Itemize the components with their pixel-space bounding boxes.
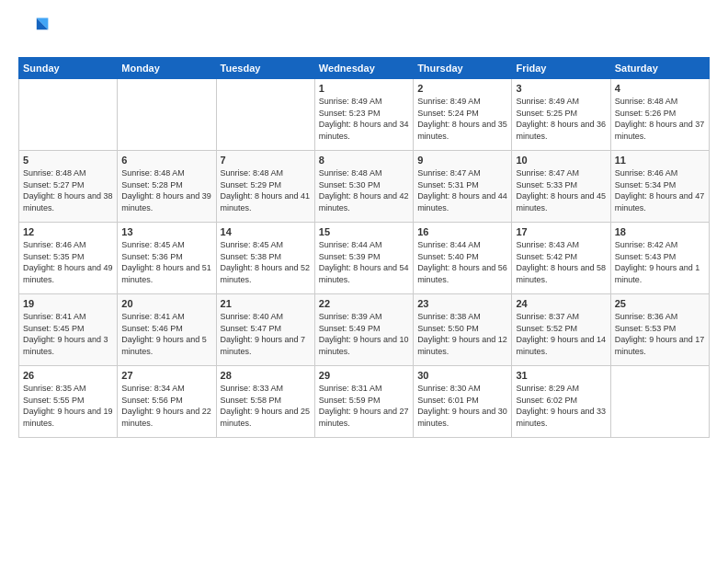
calendar-cell: 21Sunrise: 8:40 AMSunset: 5:47 PMDayligh…: [216, 294, 314, 366]
day-content: Sunrise: 8:40 AMSunset: 5:47 PMDaylight:…: [221, 311, 311, 357]
day-number: 15: [319, 226, 409, 237]
day-content: Sunrise: 8:46 AMSunset: 5:35 PMDaylight:…: [23, 239, 113, 285]
day-content: Sunrise: 8:36 AMSunset: 5:53 PMDaylight:…: [615, 311, 705, 357]
calendar-cell: 26Sunrise: 8:35 AMSunset: 5:55 PMDayligh…: [19, 366, 118, 438]
day-content: Sunrise: 8:41 AMSunset: 5:45 PMDaylight:…: [23, 311, 113, 357]
day-content: Sunrise: 8:31 AMSunset: 5:59 PMDaylight:…: [319, 383, 409, 429]
day-content: Sunrise: 8:48 AMSunset: 5:28 PMDaylight:…: [121, 167, 211, 213]
day-header-saturday: Saturday: [610, 58, 709, 79]
calendar-cell: 31Sunrise: 8:29 AMSunset: 6:02 PMDayligh…: [512, 366, 610, 438]
day-content: Sunrise: 8:43 AMSunset: 5:42 PMDaylight:…: [516, 239, 606, 285]
calendar-cell: 10Sunrise: 8:47 AMSunset: 5:33 PMDayligh…: [512, 151, 610, 223]
day-header-tuesday: Tuesday: [216, 58, 314, 79]
day-number: 18: [615, 226, 705, 237]
header: [18, 15, 710, 48]
calendar-cell: 19Sunrise: 8:41 AMSunset: 5:45 PMDayligh…: [19, 294, 118, 366]
day-number: 7: [221, 155, 311, 166]
day-number: 31: [516, 370, 606, 381]
calendar-cell: [216, 79, 314, 151]
day-header-wednesday: Wednesday: [314, 58, 413, 79]
calendar-week-row: 5Sunrise: 8:48 AMSunset: 5:27 PMDaylight…: [19, 151, 710, 223]
page: SundayMondayTuesdayWednesdayThursdayFrid…: [0, 0, 728, 563]
calendar-cell: 6Sunrise: 8:48 AMSunset: 5:28 PMDaylight…: [118, 151, 216, 223]
day-number: 14: [221, 226, 311, 237]
day-content: Sunrise: 8:33 AMSunset: 5:58 PMDaylight:…: [221, 383, 311, 429]
calendar-cell: [610, 366, 709, 438]
calendar-cell: 25Sunrise: 8:36 AMSunset: 5:53 PMDayligh…: [610, 294, 709, 366]
day-content: Sunrise: 8:44 AMSunset: 5:40 PMDaylight:…: [417, 239, 507, 285]
day-number: 12: [23, 226, 113, 237]
calendar-cell: 2Sunrise: 8:49 AMSunset: 5:24 PMDaylight…: [414, 79, 512, 151]
day-content: Sunrise: 8:30 AMSunset: 6:01 PMDaylight:…: [417, 383, 507, 429]
calendar-week-row: 26Sunrise: 8:35 AMSunset: 5:55 PMDayligh…: [19, 366, 710, 438]
day-number: 28: [221, 370, 311, 381]
day-number: 21: [221, 298, 311, 309]
calendar-cell: 4Sunrise: 8:48 AMSunset: 5:26 PMDaylight…: [610, 79, 709, 151]
calendar-cell: 16Sunrise: 8:44 AMSunset: 5:40 PMDayligh…: [414, 223, 512, 294]
day-number: 20: [121, 298, 211, 309]
day-content: Sunrise: 8:47 AMSunset: 5:33 PMDaylight:…: [516, 167, 606, 213]
day-number: 24: [516, 298, 606, 309]
calendar-cell: 23Sunrise: 8:38 AMSunset: 5:50 PMDayligh…: [414, 294, 512, 366]
day-number: 27: [121, 370, 211, 381]
day-number: 17: [516, 226, 606, 237]
day-content: Sunrise: 8:49 AMSunset: 5:23 PMDaylight:…: [319, 96, 409, 142]
day-number: 3: [516, 83, 606, 94]
day-number: 8: [319, 155, 409, 166]
calendar-week-row: 19Sunrise: 8:41 AMSunset: 5:45 PMDayligh…: [19, 294, 710, 366]
day-number: 23: [417, 298, 507, 309]
day-number: 19: [23, 298, 113, 309]
day-content: Sunrise: 8:39 AMSunset: 5:49 PMDaylight:…: [319, 311, 409, 357]
calendar-cell: [118, 79, 216, 151]
calendar-cell: 14Sunrise: 8:45 AMSunset: 5:38 PMDayligh…: [216, 223, 314, 294]
day-header-friday: Friday: [512, 58, 610, 79]
calendar-cell: 22Sunrise: 8:39 AMSunset: 5:49 PMDayligh…: [314, 294, 413, 366]
calendar-cell: 5Sunrise: 8:48 AMSunset: 5:27 PMDaylight…: [19, 151, 118, 223]
calendar-cell: 11Sunrise: 8:46 AMSunset: 5:34 PMDayligh…: [610, 151, 709, 223]
calendar-cell: 15Sunrise: 8:44 AMSunset: 5:39 PMDayligh…: [314, 223, 413, 294]
day-number: 9: [417, 155, 507, 166]
calendar-week-row: 12Sunrise: 8:46 AMSunset: 5:35 PMDayligh…: [19, 223, 710, 294]
day-number: 26: [23, 370, 113, 381]
calendar-cell: 13Sunrise: 8:45 AMSunset: 5:36 PMDayligh…: [118, 223, 216, 294]
calendar-cell: 24Sunrise: 8:37 AMSunset: 5:52 PMDayligh…: [512, 294, 610, 366]
day-number: 1: [319, 83, 409, 94]
day-content: Sunrise: 8:49 AMSunset: 5:25 PMDaylight:…: [516, 96, 606, 142]
day-content: Sunrise: 8:44 AMSunset: 5:39 PMDaylight:…: [319, 239, 409, 285]
calendar-cell: 8Sunrise: 8:48 AMSunset: 5:30 PMDaylight…: [314, 151, 413, 223]
day-number: 30: [417, 370, 507, 381]
calendar-cell: 3Sunrise: 8:49 AMSunset: 5:25 PMDaylight…: [512, 79, 610, 151]
calendar-cell: 28Sunrise: 8:33 AMSunset: 5:58 PMDayligh…: [216, 366, 314, 438]
calendar-cell: 29Sunrise: 8:31 AMSunset: 5:59 PMDayligh…: [314, 366, 413, 438]
calendar-cell: [19, 79, 118, 151]
day-content: Sunrise: 8:35 AMSunset: 5:55 PMDaylight:…: [23, 383, 113, 429]
day-number: 13: [121, 226, 211, 237]
day-number: 29: [319, 370, 409, 381]
calendar-cell: 27Sunrise: 8:34 AMSunset: 5:56 PMDayligh…: [118, 366, 216, 438]
day-content: Sunrise: 8:37 AMSunset: 5:52 PMDaylight:…: [516, 311, 606, 357]
day-number: 10: [516, 155, 606, 166]
day-content: Sunrise: 8:48 AMSunset: 5:26 PMDaylight:…: [615, 96, 705, 142]
day-content: Sunrise: 8:29 AMSunset: 6:02 PMDaylight:…: [516, 383, 606, 429]
logo: [18, 15, 55, 48]
calendar-cell: 17Sunrise: 8:43 AMSunset: 5:42 PMDayligh…: [512, 223, 610, 294]
day-content: Sunrise: 8:46 AMSunset: 5:34 PMDaylight:…: [615, 167, 705, 213]
calendar-week-row: 1Sunrise: 8:49 AMSunset: 5:23 PMDaylight…: [19, 79, 710, 151]
day-number: 2: [417, 83, 507, 94]
day-content: Sunrise: 8:41 AMSunset: 5:46 PMDaylight:…: [121, 311, 211, 357]
day-content: Sunrise: 8:45 AMSunset: 5:38 PMDaylight:…: [221, 239, 311, 285]
calendar-header-row: SundayMondayTuesdayWednesdayThursdayFrid…: [19, 58, 710, 79]
day-content: Sunrise: 8:49 AMSunset: 5:24 PMDaylight:…: [417, 96, 507, 142]
day-number: 25: [615, 298, 705, 309]
day-content: Sunrise: 8:48 AMSunset: 5:29 PMDaylight:…: [221, 167, 311, 213]
calendar-cell: 7Sunrise: 8:48 AMSunset: 5:29 PMDaylight…: [216, 151, 314, 223]
day-content: Sunrise: 8:45 AMSunset: 5:36 PMDaylight:…: [121, 239, 211, 285]
calendar-cell: 30Sunrise: 8:30 AMSunset: 6:01 PMDayligh…: [414, 366, 512, 438]
day-number: 6: [121, 155, 211, 166]
day-header-thursday: Thursday: [414, 58, 512, 79]
calendar-cell: 18Sunrise: 8:42 AMSunset: 5:43 PMDayligh…: [610, 223, 709, 294]
day-content: Sunrise: 8:48 AMSunset: 5:30 PMDaylight:…: [319, 167, 409, 213]
day-header-monday: Monday: [118, 58, 216, 79]
day-header-sunday: Sunday: [19, 58, 118, 79]
day-number: 5: [23, 155, 113, 166]
